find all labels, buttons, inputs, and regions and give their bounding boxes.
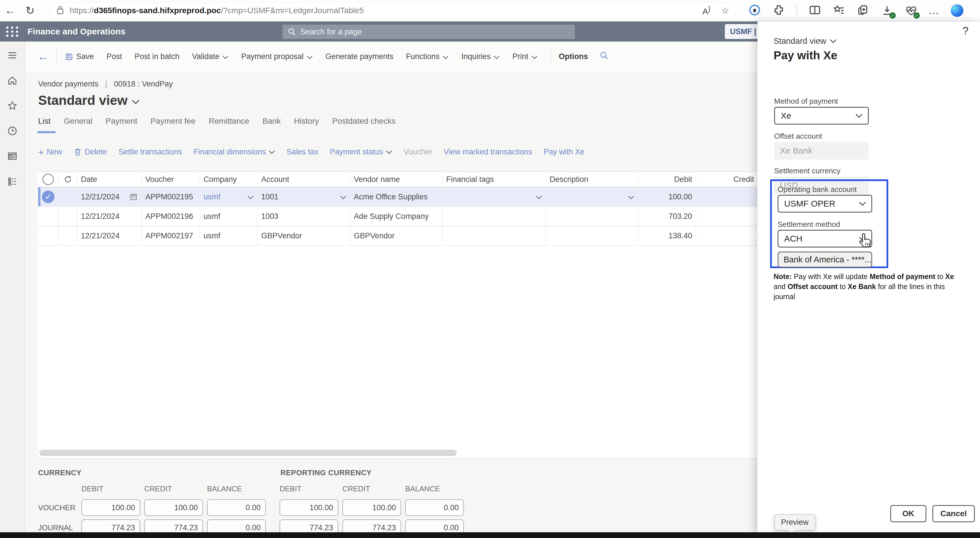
recent-icon[interactable] bbox=[6, 125, 18, 136]
page-title[interactable]: Standard view bbox=[38, 92, 140, 108]
select-all-checkbox[interactable] bbox=[38, 172, 59, 187]
workspaces-icon[interactable] bbox=[6, 151, 18, 162]
tab-list[interactable]: List bbox=[38, 117, 51, 133]
col-header-date[interactable]: Date bbox=[77, 172, 142, 187]
help-icon[interactable]: ? bbox=[963, 25, 969, 37]
cell-company[interactable]: usmf bbox=[200, 187, 258, 206]
collections-icon[interactable] bbox=[833, 4, 845, 17]
tab-bank[interactable]: Bank bbox=[262, 117, 281, 133]
cell-description[interactable] bbox=[546, 207, 638, 226]
cell-description[interactable] bbox=[546, 226, 638, 245]
cell-account[interactable]: 1001 bbox=[258, 187, 350, 206]
page-search-box[interactable] bbox=[282, 25, 575, 39]
home-icon[interactable] bbox=[6, 75, 18, 86]
method-of-payment-select[interactable]: Xe bbox=[774, 107, 869, 125]
col-header-description[interactable]: Description bbox=[546, 172, 638, 187]
cell-financial-tags[interactable] bbox=[443, 207, 546, 226]
col-header-voucher[interactable]: Voucher bbox=[142, 172, 200, 187]
calendar-icon[interactable] bbox=[129, 192, 138, 201]
chevron-down-icon[interactable] bbox=[628, 192, 634, 202]
inquiries-menu[interactable]: Inquiries bbox=[461, 52, 500, 61]
options-button[interactable]: Options bbox=[559, 52, 588, 61]
cell-vendor-name[interactable]: GBPVendor bbox=[350, 226, 443, 245]
payment-status-menu[interactable]: Payment status bbox=[330, 148, 392, 156]
post-in-batch-button[interactable]: Post in batch bbox=[135, 52, 180, 61]
post-button[interactable]: Post bbox=[107, 52, 122, 61]
cell-date[interactable]: 12/21/2024 bbox=[77, 226, 142, 245]
refresh-icon[interactable] bbox=[59, 172, 77, 187]
password-manager-icon[interactable] bbox=[748, 4, 761, 17]
waffle-menu-icon[interactable] bbox=[0, 27, 25, 37]
pay-with-xe-button[interactable]: Pay with Xe bbox=[544, 148, 585, 156]
cell-account[interactable]: 1003 bbox=[258, 207, 350, 226]
payment-proposal-menu[interactable]: Payment proposal bbox=[241, 52, 313, 61]
print-menu[interactable]: Print bbox=[512, 52, 538, 61]
panel-view-selector[interactable]: Standard view bbox=[773, 37, 837, 46]
tab-history[interactable]: History bbox=[294, 117, 319, 133]
cell-voucher[interactable]: APPM002197 bbox=[142, 226, 200, 245]
address-bar[interactable]: https://d365finops-sand.hifxpreprod.poc/… bbox=[49, 2, 737, 19]
cell-date[interactable]: 12/21/2024 bbox=[77, 207, 142, 226]
table-row[interactable]: ✓ 12/21/2024 APPM002195 usmf 1001 Acme O… bbox=[38, 187, 757, 207]
col-header-account[interactable]: Account bbox=[258, 172, 350, 187]
row-checkbox[interactable] bbox=[38, 207, 59, 226]
menu-icon[interactable] bbox=[6, 49, 18, 61]
operating-bank-account-select[interactable]: USMF OPER bbox=[778, 195, 872, 213]
validate-menu[interactable]: Validate bbox=[192, 52, 229, 61]
cell-description[interactable] bbox=[546, 187, 638, 206]
modules-icon[interactable] bbox=[6, 176, 18, 187]
functions-menu[interactable]: Functions bbox=[406, 52, 449, 61]
cell-credit[interactable] bbox=[696, 187, 757, 206]
cell-vendor-name[interactable]: Acme Office Supplies bbox=[350, 187, 443, 206]
delete-button[interactable]: Delete bbox=[74, 148, 107, 156]
view-marked-transactions-button[interactable]: View marked transactions bbox=[444, 148, 532, 156]
chevron-down-icon[interactable] bbox=[340, 192, 346, 202]
tab-remittance[interactable]: Remittance bbox=[209, 117, 250, 133]
row-checkbox-checked[interactable]: ✓ bbox=[38, 187, 59, 206]
cell-credit[interactable] bbox=[696, 207, 757, 226]
generate-payments-button[interactable]: Generate payments bbox=[325, 52, 393, 61]
copy-link-icon[interactable] bbox=[857, 4, 869, 17]
split-screen-icon[interactable] bbox=[808, 4, 821, 17]
cell-voucher[interactable]: APPM002196 bbox=[142, 207, 200, 226]
cell-voucher[interactable]: APPM002195 bbox=[142, 187, 200, 206]
cell-company[interactable]: usmf bbox=[200, 207, 258, 226]
tab-payment[interactable]: Payment bbox=[105, 117, 137, 133]
copilot-icon[interactable] bbox=[951, 4, 963, 17]
cell-account[interactable]: GBPVendor bbox=[258, 226, 350, 245]
favorites-icon[interactable] bbox=[6, 100, 18, 111]
page-search-input[interactable] bbox=[300, 27, 552, 37]
col-header-credit[interactable]: Credit bbox=[696, 172, 757, 187]
settle-transactions-button[interactable]: Settle transactions bbox=[118, 148, 182, 156]
cell-debit[interactable]: 703.20 bbox=[638, 207, 696, 226]
more-icon[interactable]: ... bbox=[929, 5, 939, 17]
cell-financial-tags[interactable] bbox=[443, 226, 546, 245]
browser-back-icon[interactable]: ← bbox=[0, 4, 20, 17]
read-aloud-icon[interactable]: A) bbox=[702, 5, 711, 16]
extensions-icon[interactable] bbox=[772, 4, 785, 17]
financial-dimensions-menu[interactable]: Financial dimensions bbox=[194, 148, 275, 156]
cell-vendor-name[interactable]: Ade Supply Company bbox=[350, 207, 443, 226]
cell-financial-tags[interactable] bbox=[443, 187, 546, 206]
tab-payment-fee[interactable]: Payment fee bbox=[151, 117, 196, 133]
cell-date[interactable]: 12/21/2024 bbox=[77, 187, 142, 206]
favorite-star-icon[interactable]: ☆ bbox=[721, 5, 729, 16]
horizontal-scrollbar[interactable] bbox=[38, 450, 757, 457]
row-checkbox[interactable] bbox=[38, 226, 59, 245]
col-header-debit[interactable]: Debit bbox=[638, 172, 696, 187]
ok-button[interactable]: OK bbox=[890, 505, 926, 522]
browser-essentials-icon[interactable]: ✓ bbox=[905, 4, 918, 17]
breadcrumb-page[interactable]: Vendor payments bbox=[38, 79, 99, 88]
scrollbar-thumb[interactable] bbox=[39, 450, 457, 456]
col-header-company[interactable]: Company bbox=[200, 172, 258, 187]
cell-debit[interactable]: 100.00 bbox=[638, 187, 696, 206]
table-row[interactable]: 12/21/2024 APPM002197 usmf GBPVendor GBP… bbox=[38, 226, 757, 246]
chevron-down-icon[interactable] bbox=[536, 192, 542, 202]
browser-refresh-icon[interactable]: ↻ bbox=[20, 4, 40, 17]
col-header-vendor-name[interactable]: Vendor name bbox=[350, 172, 443, 187]
cell-company[interactable]: usmf bbox=[200, 226, 258, 245]
downloads-icon[interactable]: ✓ bbox=[881, 4, 893, 17]
tab-postdated-checks[interactable]: Postdated checks bbox=[332, 117, 395, 133]
table-row[interactable]: 12/21/2024 APPM002196 usmf 1003 Ade Supp… bbox=[38, 207, 757, 226]
cell-credit[interactable] bbox=[696, 226, 757, 245]
